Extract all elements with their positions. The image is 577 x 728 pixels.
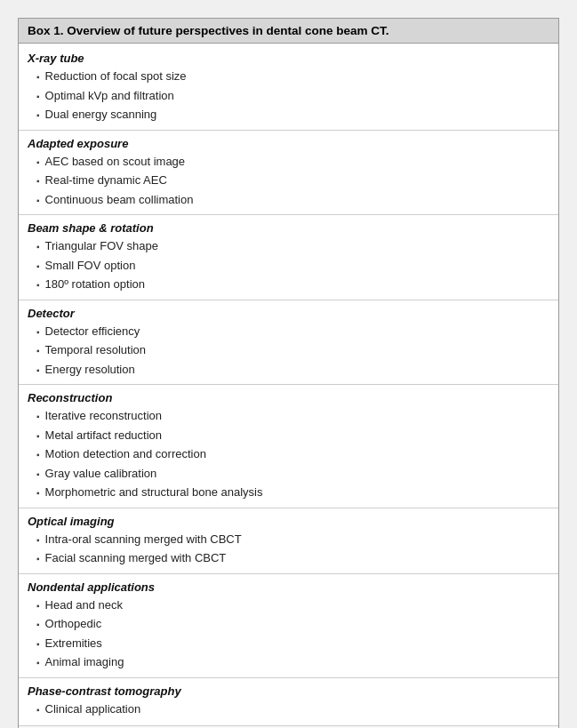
bullet-icon: ▪ [36,618,40,631]
section-divider [19,384,558,385]
item-text: 180º rotation option [45,276,145,293]
item-text: Extremities [45,635,102,652]
section-header-phase-contrast: Phase-contrast tomography [19,680,558,700]
item-text: Reduction of focal spot size [45,68,187,85]
item-text: Optimal kVp and filtration [45,87,174,105]
bullet-icon: ▪ [36,637,40,651]
bullet-icon: ▪ [36,156,40,169]
bullet-icon: ▪ [36,429,40,443]
item-text: Motion detection and correction [45,445,206,463]
section-header-detector: Detector [19,302,558,322]
bullet-icon: ▪ [36,533,40,547]
section-items-phase-contrast: ▪Clinical application [19,700,558,723]
list-item: ▪Motion detection and correction [19,444,558,464]
list-item: ▪Morphometric and structural bone analys… [19,483,558,502]
bullet-icon: ▪ [36,70,40,84]
item-text: Dual energy scanning [45,106,157,124]
list-item: ▪Reduction of focal spot size [19,67,558,86]
item-text: Metal artifact reduction [45,427,163,444]
list-item: ▪180º rotation option [19,275,558,294]
list-item: ▪Dual energy scanning [19,105,558,124]
bullet-icon: ▪ [36,486,40,500]
bullet-icon: ▪ [36,90,40,103]
list-item: ▪Iterative reconstruction [19,406,558,426]
box-content: X-ray tube▪Reduction of focal spot size▪… [19,44,558,725]
section-header-beam-shape: Beam shape & rotation [19,217,558,236]
item-text: Clinical application [45,700,141,718]
bullet-icon: ▪ [36,656,40,669]
item-text: AEC based on scout image [45,153,186,171]
list-item: ▪Temporal resolution [19,340,558,360]
item-text: Triangular FOV shape [45,237,158,255]
list-item: ▪Orthopedic [19,614,558,634]
item-text: Animal imaging [45,653,124,671]
bullet-icon: ▪ [36,552,40,565]
list-item: ▪Detector efficiency [19,322,558,341]
list-item: ▪Gray value calibration [19,464,558,484]
section-items-nondental: ▪Head and neck▪Orthopedic▪Extremities▪An… [19,596,558,676]
section-divider [19,300,558,300]
list-item: ▪Optimal kVp and filtration [19,86,558,106]
section-divider [19,508,558,508]
list-item: ▪Clinical application [19,700,558,719]
section-items-reconstruction: ▪Iterative reconstruction▪Metal artifact… [19,406,558,506]
item-text: Energy resolution [45,361,135,379]
bullet-icon: ▪ [36,364,40,377]
section-header-adapted-exposure: Adapted exposure [19,132,558,152]
section-divider [19,677,558,678]
list-item: ▪Extremities [19,634,558,653]
section-items-optical-imaging: ▪Intra-oral scanning merged with CBCT▪Fa… [19,530,558,572]
bullet-icon: ▪ [36,174,40,188]
item-text: Facial scanning merged with CBCT [45,549,227,567]
item-text: Temporal resolution [45,341,146,359]
item-text: Gray value calibration [45,465,157,483]
item-text: Detector efficiency [45,323,140,340]
bullet-icon: ▪ [36,599,40,612]
list-item: ▪Real-time dynamic AEC [19,171,558,190]
list-item: ▪Triangular FOV shape [19,236,558,256]
item-text: Iterative reconstruction [45,407,163,425]
bullet-icon: ▪ [36,703,40,716]
item-text: Real-time dynamic AEC [45,172,167,189]
section-divider [19,130,558,131]
list-item: ▪Animal imaging [19,652,558,672]
item-text: Intra-oral scanning merged with CBCT [45,531,242,548]
box-container: Box 1. Overview of future perspectives i… [18,18,559,728]
item-text: Continuous beam collimation [45,191,194,209]
bullet-icon: ▪ [36,108,40,122]
bullet-icon: ▪ [36,240,40,253]
section-header-nondental: Nondental applications [19,576,558,596]
section-divider [19,573,558,574]
bullet-icon: ▪ [36,278,40,292]
bullet-icon: ▪ [36,344,40,357]
item-text: Morphometric and structural bone analysi… [45,484,263,501]
list-item: ▪Continuous beam collimation [19,190,558,210]
bullet-icon: ▪ [36,448,40,461]
section-header-reconstruction: Reconstruction [19,387,558,406]
item-text: Orthopedic [45,615,102,633]
list-item: ▪Small FOV option [19,256,558,276]
item-text: Head and neck [45,596,123,614]
list-item: ▪Head and neck [19,596,558,615]
section-items-detector: ▪Detector efficiency▪Temporal resolution… [19,322,558,383]
list-item: ▪Metal artifact reduction [19,426,558,445]
bullet-icon: ▪ [36,260,40,273]
box-title: Box 1. Overview of future perspectives i… [19,19,558,44]
list-item: ▪AEC based on scout image [19,152,558,172]
bullet-icon: ▪ [36,468,40,481]
bullet-icon: ▪ [36,410,40,423]
section-items-beam-shape: ▪Triangular FOV shape▪Small FOV option▪1… [19,236,558,298]
section-divider [19,214,558,215]
section-items-adapted-exposure: ▪AEC based on scout image▪Real-time dyna… [19,152,558,213]
section-header-optical-imaging: Optical imaging [19,510,558,530]
item-text: Small FOV option [45,257,136,275]
section-items-xray-tube: ▪Reduction of focal spot size▪Optimal kV… [19,67,558,128]
list-item: ▪Facial scanning merged with CBCT [19,548,558,568]
section-header-xray-tube: X-ray tube [19,47,558,67]
bullet-icon: ▪ [36,325,40,339]
bullet-icon: ▪ [36,194,40,207]
list-item: ▪Intra-oral scanning merged with CBCT [19,530,558,549]
list-item: ▪Energy resolution [19,360,558,380]
